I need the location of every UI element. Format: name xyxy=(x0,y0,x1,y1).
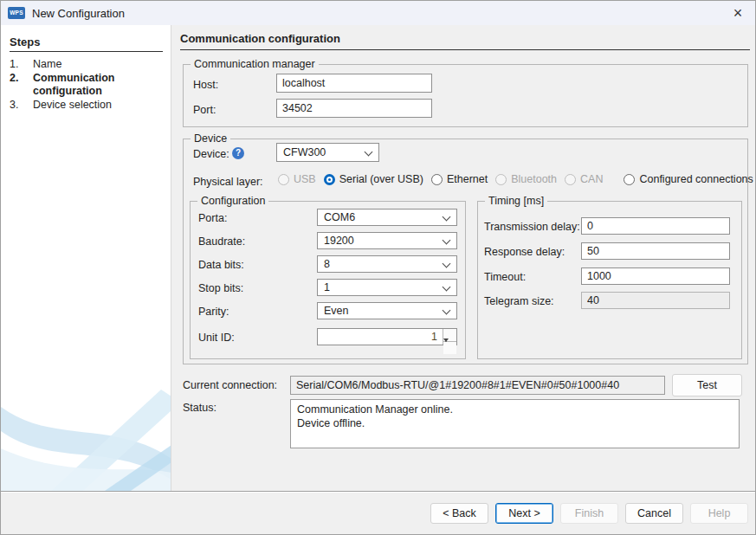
port-field[interactable] xyxy=(276,99,432,118)
steps-sidebar: Steps 1. Name 2. Communication configura… xyxy=(1,25,171,491)
device-select[interactable]: CFW300 xyxy=(276,143,379,162)
triangle-down-icon xyxy=(443,338,449,354)
back-button[interactable]: < Back xyxy=(430,503,488,524)
radio-icon xyxy=(324,174,335,185)
timeout-field[interactable] xyxy=(581,268,730,285)
physical-layer-options: USB Serial (over USB) Ethernet Bluetooth… xyxy=(278,173,753,185)
host-field[interactable] xyxy=(276,74,432,93)
help-icon[interactable]: ? xyxy=(232,147,244,159)
next-button[interactable]: Next > xyxy=(495,503,553,524)
radio-label: Configured connections xyxy=(639,173,753,185)
radio-icon xyxy=(624,174,635,185)
test-button[interactable]: Test xyxy=(672,374,742,396)
parity-select[interactable]: Even xyxy=(317,302,457,319)
radio-serial-over-usb[interactable]: Serial (over USB) xyxy=(324,173,423,185)
transmission-delay-label: Transmission delay: xyxy=(484,221,580,233)
telegram-size-field xyxy=(581,292,730,309)
parity-label: Parity: xyxy=(198,306,229,318)
step-label: Name xyxy=(33,58,165,72)
physical-layer-label: Physical layer: xyxy=(193,176,263,188)
stop-bits-select-value: 1 xyxy=(324,281,330,293)
host-label: Host: xyxy=(193,79,218,91)
radio-can: CAN xyxy=(565,173,603,185)
data-bits-select[interactable]: 8 xyxy=(317,255,457,273)
step-item-name: 1. Name xyxy=(10,58,165,72)
response-delay-label: Response delay: xyxy=(484,246,565,258)
timeout-label: Timeout: xyxy=(484,271,526,283)
current-connection-field[interactable] xyxy=(290,376,665,395)
spin-down-button[interactable] xyxy=(443,342,456,354)
port-label: Port: xyxy=(193,104,216,116)
group-legend: Device xyxy=(191,132,230,145)
titlebar: WPS New Configuration × xyxy=(1,1,755,25)
radio-label: Serial (over USB) xyxy=(339,173,423,185)
step-item-communication-configuration: 2. Communication configuration xyxy=(10,72,165,99)
chevron-down-icon xyxy=(443,260,451,268)
wps-app-icon: WPS xyxy=(8,7,25,19)
stop-bits-label: Stop bits: xyxy=(198,282,243,294)
radio-bluetooth: Bluetooth xyxy=(495,173,557,185)
steps-list: 1. Name 2. Communication configuration 3… xyxy=(10,58,165,112)
radio-usb: USB xyxy=(278,173,316,185)
data-bits-label: Data bits: xyxy=(198,259,244,271)
unit-id-stepper[interactable]: 1 xyxy=(317,328,457,345)
radio-label: CAN xyxy=(580,173,603,185)
porta-select[interactable]: COM6 xyxy=(317,209,457,226)
cancel-button[interactable]: Cancel xyxy=(625,503,683,524)
radio-label: Bluetooth xyxy=(511,173,557,185)
radio-icon xyxy=(565,174,576,185)
close-icon[interactable]: × xyxy=(727,3,748,23)
status-box[interactable]: Communication Manager online. Device off… xyxy=(290,399,740,448)
group-legend: Timing [ms] xyxy=(485,195,547,207)
step-number: 3. xyxy=(10,99,33,113)
group-legend: Communication manager xyxy=(191,58,319,70)
step-number: 2. xyxy=(10,72,33,99)
parity-select-value: Even xyxy=(324,305,349,317)
unit-id-label: Unit ID: xyxy=(198,332,235,344)
chevron-down-icon xyxy=(365,148,373,157)
spinner-buttons xyxy=(443,329,456,345)
communication-manager-group: Communication manager xyxy=(183,64,748,127)
step-label: Device selection xyxy=(33,99,165,113)
data-bits-select-value: 8 xyxy=(324,258,330,270)
porta-label: Porta: xyxy=(198,212,227,224)
stop-bits-select[interactable]: 1 xyxy=(317,279,457,296)
radio-icon xyxy=(278,174,289,185)
chevron-down-icon xyxy=(443,236,451,245)
telegram-size-label: Telegram size: xyxy=(484,295,554,307)
radio-ethernet[interactable]: Ethernet xyxy=(431,173,488,185)
transmission-delay-field[interactable] xyxy=(581,217,730,235)
radio-label: USB xyxy=(294,173,316,185)
steps-heading: Steps xyxy=(10,35,163,52)
device-label: Device: xyxy=(193,148,229,160)
radio-icon xyxy=(431,174,443,185)
chevron-down-icon xyxy=(443,306,451,315)
current-connection-label: Current connection: xyxy=(183,379,277,391)
porta-select-value: COM6 xyxy=(324,211,355,223)
radio-icon xyxy=(495,174,507,185)
chevron-down-icon xyxy=(443,283,451,292)
communication-configuration-panel: Communication configuration Communicatio… xyxy=(171,25,755,491)
device-select-value: CFW300 xyxy=(283,146,326,158)
chevron-down-icon xyxy=(443,213,451,222)
group-legend: Configuration xyxy=(197,195,268,207)
finish-button: Finish xyxy=(560,503,618,524)
step-number: 1. xyxy=(10,58,33,72)
dialog-button-bar: < Back Next > Finish Cancel Help xyxy=(1,491,755,534)
radio-configured-connections[interactable]: Configured connections xyxy=(624,173,753,185)
page-title: Communication configuration xyxy=(180,32,750,50)
baudrate-label: Baudrate: xyxy=(198,235,245,248)
window-title: New Configuration xyxy=(32,7,125,20)
radio-label: Ethernet xyxy=(447,173,488,185)
status-label: Status: xyxy=(183,402,216,414)
unit-id-value: 1 xyxy=(318,329,441,345)
step-label: Communication configuration xyxy=(33,72,165,99)
help-button: Help xyxy=(690,503,748,524)
wave-decoration xyxy=(1,365,171,491)
response-delay-field[interactable] xyxy=(581,242,730,260)
baudrate-select-value: 19200 xyxy=(324,235,354,247)
baudrate-select[interactable]: 19200 xyxy=(317,232,457,249)
step-item-device-selection: 3. Device selection xyxy=(10,99,165,113)
new-configuration-dialog: WPS New Configuration × Steps 1. Name 2.… xyxy=(0,0,756,535)
